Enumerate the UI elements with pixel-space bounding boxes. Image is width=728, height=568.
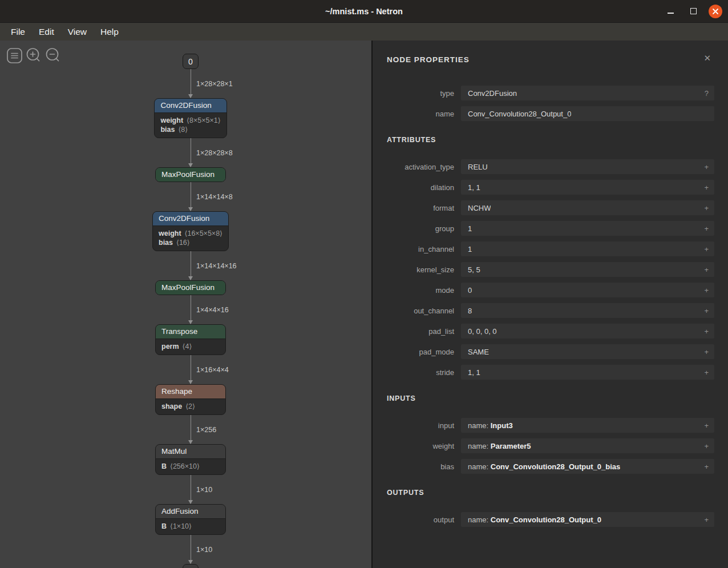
expand-icon[interactable]: + [699,421,709,430]
property-value-box[interactable]: RELU+ [461,159,714,174]
expand-icon[interactable]: + [699,327,709,336]
edge-line [190,535,191,563]
property-value-box[interactable]: NCHW+ [461,200,714,215]
property-value-box[interactable]: 1+ [461,241,714,256]
zoom-out-button[interactable] [45,49,61,65]
expand-icon[interactable]: + [699,307,709,315]
tensor-shape-label[interactable]: 1×14×14×8 [196,193,233,201]
node-header: MaxPoolFusion [156,168,225,182]
edge-arrow [188,207,193,211]
node-params: shape⟨2⟩ [156,399,225,414]
property-value-box[interactable]: Conv_Convolution28_Output_0 [461,106,714,121]
property-value-box[interactable]: name: Input3+ [461,418,714,433]
node-maxpoolfusion[interactable]: MaxPoolFusion [155,280,226,295]
tensor-shape-label[interactable]: 1×28×28×8 [196,149,233,157]
graph-canvas[interactable]: 01×28×28×1Conv2DFusionweight⟨8×5×5×1⟩bia… [0,41,371,568]
property-row: biasname: Conv_Convolution28_Output_0_bi… [387,459,714,474]
property-value-box[interactable]: 1+ [461,221,714,236]
edge-line [190,415,191,444]
edge-arrow [188,94,193,98]
node-param: bias⟨8⟩ [160,125,220,134]
node-conv2dfusion[interactable]: Conv2DFusionweight⟨16×5×5×8⟩bias⟨16⟩ [152,211,229,251]
property-value: 1 [468,245,472,253]
tensor-shape-label[interactable]: 1×28×28×1 [196,80,233,88]
property-value: 0, 0, 0, 0 [468,327,497,336]
property-row: dilation1, 1+ [387,180,714,195]
menu-button[interactable] [6,49,22,65]
node-transpose[interactable]: Transposeperm⟨4⟩ [155,324,226,355]
value-name: Parameter5 [491,442,531,450]
node-conv2dfusion[interactable]: Conv2DFusionweight⟨8×5×5×1⟩bias⟨8⟩ [154,98,227,138]
tensor-shape-label[interactable]: 1×16×4×4 [196,366,229,374]
property-value-box[interactable]: Conv2DFusion? [461,86,714,100]
property-row: kernel_size5, 5+ [387,262,714,277]
property-value-box[interactable]: 1, 1+ [461,180,714,195]
property-value-box[interactable]: SAME+ [461,344,714,359]
tensor-shape-label[interactable]: 1×4×4×16 [196,306,229,314]
property-value: 1, 1 [468,368,480,377]
expand-icon[interactable]: + [699,163,709,171]
menubar: FileEditViewHelp [0,23,728,41]
expand-icon[interactable]: + [699,442,709,450]
property-label: dilation [387,183,454,192]
tensor-shape-label[interactable]: 1×256 [196,426,216,434]
node-addfusion[interactable]: AddFusionB⟨1×10⟩ [155,504,226,535]
property-value-box[interactable]: name: Conv_Convolution28_Output_0_bias+ [461,459,714,474]
expand-icon[interactable]: + [699,204,709,212]
property-value-box[interactable]: name: Parameter5+ [461,438,714,453]
expand-icon[interactable]: + [699,515,709,524]
expand-icon[interactable]: + [699,224,709,233]
close-button[interactable] [709,5,722,18]
property-value: SAME [468,348,489,356]
node-maxpoolfusion[interactable]: MaxPoolFusion [155,167,226,182]
minimize-button[interactable] [663,4,678,19]
expand-icon[interactable]: + [699,265,709,274]
property-value: Conv_Convolution28_Output_0 [468,110,571,118]
property-row: pad_list0, 0, 0, 0+ [387,324,714,339]
tensor-shape-label[interactable]: 1×14×14×16 [196,262,237,270]
param-name: B [161,462,167,470]
expand-icon[interactable]: + [699,183,709,192]
node-param: B⟨256×10⟩ [161,462,220,470]
expand-icon[interactable]: + [699,245,709,253]
menu-edit[interactable]: Edit [32,23,61,41]
panel-close-icon[interactable]: ✕ [703,54,711,62]
menu-file[interactable]: File [4,23,32,41]
node-reshape[interactable]: Reshapeshape⟨2⟩ [155,384,226,415]
menu-help[interactable]: Help [94,23,126,41]
expand-icon[interactable]: + [699,368,709,377]
zoom-in-button[interactable] [26,49,42,65]
property-value: 0 [468,286,472,295]
tensor-shape-label[interactable]: 1×10 [196,546,212,554]
panel-sections: ATTRIBUTESactivation_typeRELU+dilation1,… [387,136,714,527]
expand-icon[interactable]: + [699,462,709,471]
value-name: Conv_Convolution28_Output_0_bias [491,462,621,471]
edge-arrow [188,320,193,324]
edge-line [190,138,191,167]
property-value-box[interactable]: 1, 1+ [461,365,714,380]
maximize-button[interactable] [686,4,701,19]
expand-icon[interactable]: + [699,348,709,356]
graph-chain: 01×28×28×1Conv2DFusionweight⟨8×5×5×1⟩bia… [152,54,229,568]
tensor-shape-label[interactable]: 1×10 [196,486,212,494]
io-node[interactable]: 0 [183,564,199,568]
property-row: outputname: Conv_Convolution28_Output_0+ [387,512,714,527]
node-matmul[interactable]: MatMulB⟨256×10⟩ [155,444,226,475]
property-label: pad_mode [387,348,454,356]
property-label: format [387,204,454,212]
property-value: name: Conv_Convolution28_Output_0_bias [468,462,620,471]
property-value-box[interactable]: 8+ [461,303,714,318]
property-value-box[interactable]: name: Conv_Convolution28_Output_0+ [461,512,714,527]
expand-icon[interactable]: + [699,286,709,295]
property-value-box[interactable]: 5, 5+ [461,262,714,277]
io-node[interactable]: 0 [183,54,199,69]
help-icon[interactable]: ? [700,89,709,98]
param-value: ⟨2⟩ [185,402,195,410]
menu-view[interactable]: View [61,23,94,41]
property-row: mode0+ [387,283,714,297]
zoom-out-icon [45,47,61,66]
maximize-icon [690,8,697,14]
param-name: shape [161,402,182,410]
property-value-box[interactable]: 0+ [461,283,714,297]
property-value-box[interactable]: 0, 0, 0, 0+ [461,324,714,339]
